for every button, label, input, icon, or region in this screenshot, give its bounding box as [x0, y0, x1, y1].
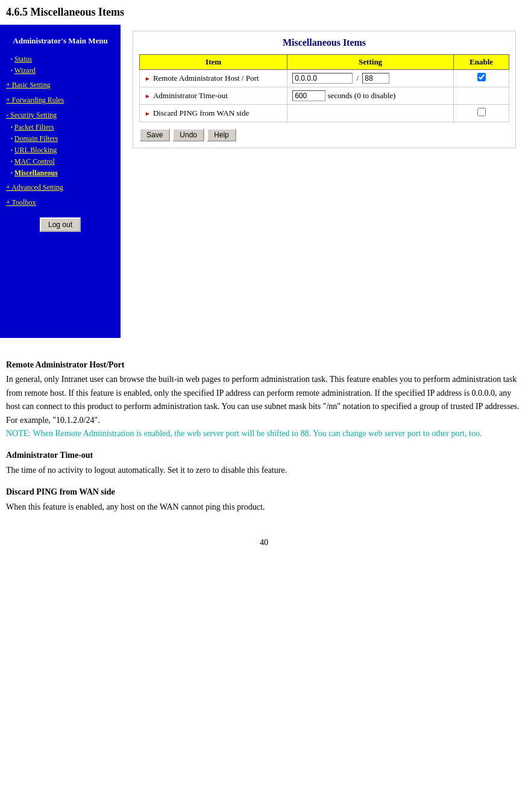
col-header-enable: Enable: [454, 55, 509, 70]
sidebar-link-mac-control[interactable]: MAC Control: [14, 157, 55, 166]
logout-button[interactable]: Log out: [40, 217, 81, 232]
sidebar-link-status[interactable]: Status: [14, 55, 32, 64]
sidebar-item-toolbox[interactable]: + Toolbox: [0, 196, 121, 209]
undo-button[interactable]: Undo: [172, 128, 204, 142]
arrow-icon: ►: [145, 110, 151, 117]
sidebar-item-forwarding-rules[interactable]: + Forwarding Rules: [0, 94, 121, 107]
section-text-remote-admin: In general, only Intranet user can brows…: [6, 373, 522, 427]
section-heading-timeout: Administrator Time-out: [6, 449, 522, 462]
sidebar-item-basic-setting[interactable]: + Basic Setting: [0, 79, 121, 92]
panel-title: Miscellaneous Items: [139, 37, 509, 48]
section-text-discard-ping: When this feature is enabled, any host o…: [6, 501, 522, 514]
misc-panel: Miscellaneous Items Item Setting Enable …: [133, 31, 516, 148]
remote-admin-enable-checkbox[interactable]: [477, 73, 486, 81]
section-heading-discard-ping: Discard PING from WAN side: [6, 486, 522, 499]
admin-timeout-input[interactable]: [292, 90, 325, 101]
bullet-icon: •: [11, 136, 13, 142]
sidebar-item-security-setting[interactable]: - Security Setting: [0, 109, 121, 122]
bullet-icon: •: [11, 170, 13, 176]
row3-enable: [454, 105, 509, 122]
table-row: ► Administrator Time-out seconds (0 to d…: [140, 87, 509, 105]
remote-admin-ip-input[interactable]: [292, 73, 353, 84]
row2-setting: seconds (0 to disable): [288, 87, 454, 105]
row1-item-label: Remote Administrator Host / Port: [153, 73, 259, 83]
row2-item-label: Administrator Time-out: [153, 91, 228, 101]
sidebar-item-miscellaneous[interactable]: • Miscellaneous: [0, 167, 121, 179]
page-title: 4.6.5 Miscellaneous Items: [6, 6, 528, 19]
discard-ping-enable-checkbox[interactable]: [477, 108, 486, 116]
sidebar-link-wizard[interactable]: Wizard: [14, 66, 36, 75]
note-text: NOTE: When Remote Administration is enab…: [6, 427, 522, 440]
sidebar-link-domain-filters[interactable]: Domain Filters: [14, 134, 58, 143]
bullet-icon: •: [11, 159, 13, 164]
row3-item-label: Discard PING from WAN side: [153, 108, 249, 118]
row1-setting: /: [288, 70, 454, 87]
sidebar-item-domain-filters[interactable]: • Domain Filters: [0, 133, 121, 145]
arrow-icon: ►: [145, 93, 151, 99]
section-text-timeout: The time of no activity to logout automa…: [6, 464, 522, 477]
sidebar-link-packet-filters[interactable]: Packet Filters: [14, 123, 54, 132]
row3-item: ► Discard PING from WAN side: [140, 105, 288, 122]
col-header-setting: Setting: [288, 55, 454, 70]
sidebar-item-url-blocking[interactable]: • URL Blocking: [0, 145, 121, 156]
remote-admin-port-input[interactable]: [362, 73, 389, 84]
bullet-icon: •: [11, 57, 13, 62]
button-row: Save Undo Help: [139, 128, 509, 142]
row1-enable: [454, 70, 509, 87]
row1-item: ► Remote Administrator Host / Port: [140, 70, 288, 87]
bullet-icon: •: [11, 125, 13, 130]
sidebar-item-packet-filters[interactable]: • Packet Filters: [0, 122, 121, 133]
row3-setting: [288, 105, 454, 122]
sidebar-item-status[interactable]: • Status: [0, 54, 121, 65]
sidebar-item-advanced-setting[interactable]: + Advanced Setting: [0, 181, 121, 194]
sidebar-item-wizard[interactable]: • Wizard: [0, 65, 121, 77]
content-panel: Miscellaneous Items Item Setting Enable …: [121, 25, 528, 338]
sidebar-link-miscellaneous[interactable]: Miscellaneous: [14, 169, 58, 178]
table-row: ► Remote Administrator Host / Port /: [140, 70, 509, 87]
bullet-icon: •: [11, 68, 13, 73]
sidebar: Administrator's Main Menu • Status • Wiz…: [0, 25, 121, 338]
sidebar-item-mac-control[interactable]: • MAC Control: [0, 156, 121, 167]
table-row: ► Discard PING from WAN side: [140, 105, 509, 122]
row2-enable: [454, 87, 509, 105]
sidebar-title: Administrator's Main Menu: [0, 31, 121, 51]
page-number: 40: [0, 538, 528, 548]
misc-table: Item Setting Enable ► Remote Administrat…: [139, 54, 509, 122]
timeout-suffix: seconds (0 to disable): [327, 91, 395, 100]
row2-item: ► Administrator Time-out: [140, 87, 288, 105]
section-heading-remote-admin: Remote Administrator Host/Port: [6, 358, 522, 372]
body-content: Remote Administrator Host/Port In genera…: [0, 338, 528, 520]
arrow-icon: ►: [145, 75, 151, 82]
sidebar-link-url-blocking[interactable]: URL Blocking: [14, 146, 57, 155]
col-header-item: Item: [140, 55, 288, 70]
bullet-icon: •: [11, 148, 13, 153]
save-button[interactable]: Save: [139, 128, 170, 142]
slash-separator: /: [356, 73, 359, 83]
help-button[interactable]: Help: [207, 128, 236, 142]
